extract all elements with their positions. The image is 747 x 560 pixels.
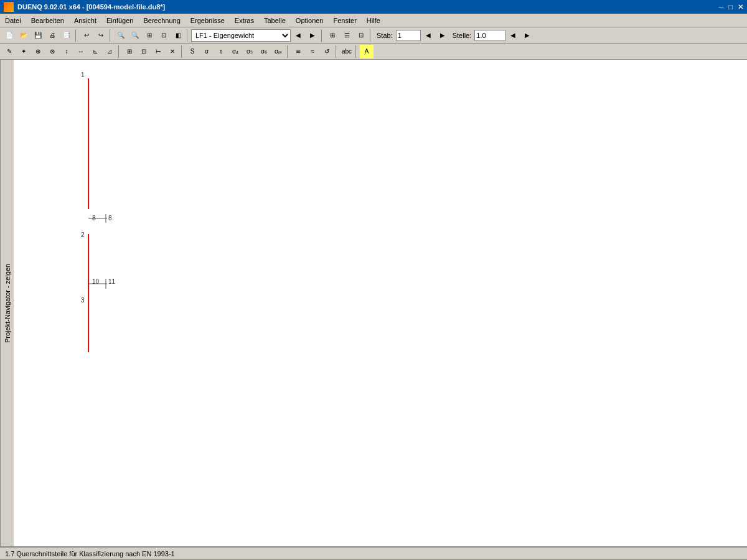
menu-optionen[interactable]: Optionen	[291, 16, 329, 26]
stab-label: Stab:	[374, 32, 395, 39]
zoom-prev-btn[interactable]: ◧	[171, 29, 185, 42]
t2-s4[interactable]: σ₄	[228, 45, 242, 58]
t2-w2[interactable]: ≈	[306, 45, 319, 58]
close-btn[interactable]: ✕	[738, 3, 743, 11]
menu-fenster[interactable]: Fenster	[329, 16, 362, 26]
view-btn1[interactable]: ⊞	[326, 29, 339, 42]
sep-t2-5	[355, 45, 358, 58]
zoom-in-btn[interactable]: 🔍	[114, 29, 128, 42]
t2-s6[interactable]: σ₆	[257, 45, 271, 58]
title-text: DUENQ 9.02.01 x64 - [004594-model-file.d…	[17, 3, 165, 11]
menubar: Datei Bearbeiten Ansicht Einfügen Berech…	[0, 14, 747, 27]
pdf-btn[interactable]: 📑	[60, 29, 73, 42]
t2-ortho-btn[interactable]: ⊢	[151, 45, 165, 58]
app-icon	[4, 2, 14, 12]
sep3	[187, 29, 189, 42]
menu-ergebnisse[interactable]: Ergebnisse	[186, 16, 230, 26]
stab-next[interactable]: ▶	[436, 29, 449, 42]
save-btn[interactable]: 💾	[31, 29, 45, 42]
t2-del-btn[interactable]: ✕	[166, 45, 179, 58]
open-btn[interactable]: 📂	[17, 29, 31, 42]
zoom-out-btn[interactable]: 🔍	[128, 29, 142, 42]
t2-rot[interactable]: ↺	[320, 45, 334, 58]
t2-abc[interactable]: abc	[340, 45, 354, 58]
menu-datei[interactable]: Datei	[0, 16, 26, 26]
t2-s3[interactable]: τ	[214, 45, 228, 58]
t2-w1[interactable]: ≋	[291, 45, 305, 58]
t2-btn4[interactable]: ⊗	[45, 45, 59, 58]
project-navigator-tab[interactable]: Projekt-Navigator - zeigen	[0, 60, 14, 546]
svg-text:8: 8	[108, 215, 112, 222]
t2-btn3[interactable]: ⊕	[31, 45, 45, 58]
sep4	[321, 29, 324, 42]
sep-t2-4	[336, 45, 338, 58]
lc-prev-btn[interactable]: ◀	[291, 29, 305, 42]
t2-snap-btn[interactable]: ⊡	[137, 45, 151, 58]
undo-btn[interactable]: ↩	[80, 29, 93, 42]
t2-s2[interactable]: σ	[200, 45, 214, 58]
t2-s1[interactable]: S	[186, 45, 199, 58]
sep-t2-1	[118, 45, 121, 58]
stab-input[interactable]	[396, 30, 421, 41]
t2-grid-btn[interactable]: ⊞	[123, 45, 136, 58]
view-btn2[interactable]: ☰	[340, 29, 354, 42]
main-layout: Projekt-Navigator - zeigen 1 8 8 2 10 11	[0, 60, 747, 546]
zoom-win-btn[interactable]: ⊡	[157, 29, 171, 42]
panel-title: 1.7 Querschnittsteile für Klassifizierun…	[0, 548, 747, 560]
stelle-next[interactable]: ▶	[520, 29, 534, 42]
minimize-btn[interactable]: ─	[719, 3, 724, 11]
svg-text:2: 2	[81, 231, 85, 238]
menu-ansicht[interactable]: Ansicht	[69, 16, 101, 26]
sep1	[75, 29, 78, 42]
svg-text:10: 10	[92, 278, 100, 285]
t2-s5[interactable]: σ₅	[243, 45, 256, 58]
t2-btn5[interactable]: ↕	[60, 45, 73, 58]
t2-btn8[interactable]: ⊿	[103, 45, 116, 58]
sep5	[370, 29, 372, 42]
print-btn[interactable]: 🖨	[45, 29, 59, 42]
menu-extras[interactable]: Extras	[230, 16, 259, 26]
menu-tabelle[interactable]: Tabelle	[259, 16, 291, 26]
toolbar2-row: ✎ ✦ ⊕ ⊗ ↕ ↔ ⊾ ⊿ ⊞ ⊡ ⊢ ✕ S σ τ σ₄ σ₅ σ₆ σ…	[0, 44, 747, 60]
t2-color[interactable]: A	[360, 45, 374, 58]
menu-hilfe[interactable]: Hilfe	[362, 16, 385, 26]
loadcase-select[interactable]: LF1 - Eigengewicht	[191, 29, 291, 42]
view-btn3[interactable]: ⊡	[354, 29, 368, 42]
t2-btn2[interactable]: ✦	[17, 45, 31, 58]
svg-text:3: 3	[81, 297, 85, 304]
t2-spl[interactable]: σₚₗ	[271, 45, 285, 58]
new-btn[interactable]: 📄	[2, 29, 16, 42]
t2-btn6[interactable]: ↔	[74, 45, 88, 58]
svg-text:8: 8	[92, 215, 96, 222]
t2-btn1[interactable]: ✎	[2, 45, 16, 58]
sep-t2-2	[181, 45, 184, 58]
lc-next-btn[interactable]: ▶	[306, 29, 319, 42]
zoom-all-btn[interactable]: ⊞	[143, 29, 156, 42]
svg-text:11: 11	[108, 278, 116, 285]
stelle-label: Stelle:	[450, 32, 474, 39]
stab-prev[interactable]: ◀	[421, 29, 435, 42]
svg-text:1: 1	[81, 72, 85, 78]
t2-btn7[interactable]: ⊾	[88, 45, 102, 58]
menu-bearbeiten[interactable]: Bearbeiten	[26, 16, 69, 26]
menu-einfuegen[interactable]: Einfügen	[101, 16, 138, 26]
toolbar1: 📄 📂 💾 🖨 📑 ↩ ↪ 🔍 🔍 ⊞ ⊡ ◧ LF1 - Eigengewic…	[0, 27, 747, 44]
stelle-input[interactable]	[474, 30, 505, 41]
bottom-panel: 1.7 Querschnittsteile für Klassifizierun…	[0, 546, 747, 560]
redo-btn[interactable]: ↪	[94, 29, 108, 42]
maximize-btn[interactable]: □	[728, 3, 733, 11]
stelle-prev[interactable]: ◀	[506, 29, 520, 42]
sep2	[110, 29, 112, 42]
titlebar: DUENQ 9.02.01 x64 - [004594-model-file.d…	[0, 0, 747, 14]
canvas-area[interactable]: 1 8 8 2 10 11 3	[14, 60, 747, 546]
structural-drawing: 1 8 8 2 10 11 3	[14, 60, 747, 546]
menu-berechnung[interactable]: Berechnung	[138, 16, 185, 26]
sep-t2-3	[287, 45, 289, 58]
